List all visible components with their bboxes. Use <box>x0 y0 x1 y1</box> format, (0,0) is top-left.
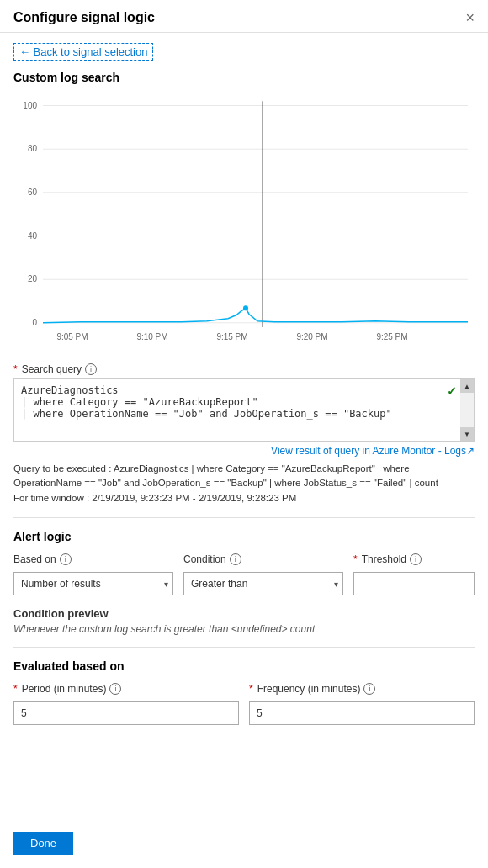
based-on-group: Based on i Number of results ▾ <box>13 553 173 595</box>
evaluated-section: Evaluated based on * Period (in minutes)… <box>13 659 475 725</box>
search-query-label: * Search query i <box>13 363 475 375</box>
close-button[interactable]: × <box>465 10 475 25</box>
search-query-info-icon[interactable]: i <box>85 363 97 375</box>
divider-2 <box>13 647 475 648</box>
based-on-info-icon[interactable]: i <box>60 553 72 565</box>
period-label: * Period (in minutes) i <box>13 683 239 695</box>
svg-point-18 <box>243 305 248 310</box>
condition-preview-label: Condition preview <box>13 607 475 620</box>
alert-logic-title: Alert logic <box>13 530 475 543</box>
svg-text:80: 80 <box>28 144 37 153</box>
condition-preview-section: Condition preview Whenever the custom lo… <box>13 607 475 635</box>
based-on-label: Based on i <box>13 553 173 565</box>
svg-text:60: 60 <box>28 188 37 197</box>
svg-text:9:05 PM: 9:05 PM <box>56 332 88 341</box>
divider-1 <box>13 517 475 518</box>
svg-text:9:25 PM: 9:25 PM <box>376 332 407 341</box>
svg-text:9:20 PM: 9:20 PM <box>296 332 327 341</box>
scrollbar[interactable]: ▲ ▼ <box>460 379 474 441</box>
condition-select[interactable]: Greater than Less than Equal to <box>183 572 343 595</box>
back-link[interactable]: ← Back to signal selection <box>13 43 153 61</box>
scroll-down[interactable]: ▼ <box>460 427 474 441</box>
alert-logic-section: Alert logic Based on i Number of results… <box>13 530 475 595</box>
search-query-section: * Search query i AzureDiagnostics | wher… <box>13 363 475 505</box>
period-info-icon[interactable]: i <box>109 683 121 695</box>
evaluated-title: Evaluated based on <box>13 659 475 673</box>
query-info-text: Query to be executed : AzureDiagnostics … <box>13 462 475 505</box>
threshold-group: * Threshold i <box>353 553 475 595</box>
query-textarea-wrapper: AzureDiagnostics | where Category == "Az… <box>13 378 475 442</box>
svg-text:100: 100 <box>23 100 37 109</box>
svg-text:20: 20 <box>28 274 37 283</box>
threshold-label: * Threshold i <box>353 553 475 565</box>
done-button[interactable]: Done <box>13 832 73 855</box>
based-on-select[interactable]: Number of results <box>13 572 173 595</box>
condition-preview-text: Whenever the custom log search is greate… <box>13 623 475 635</box>
chart-area: 100 80 60 40 20 0 9:05 PM 9:10 PM 9:15 P… <box>13 93 475 353</box>
footer: Done <box>0 818 488 868</box>
check-icon: ✓ <box>447 384 457 398</box>
threshold-input[interactable] <box>353 572 475 595</box>
scroll-up[interactable]: ▲ <box>460 379 474 393</box>
frequency-label: * Frequency (in minutes) i <box>249 683 475 695</box>
view-query-link[interactable]: View result of query in Azure Monitor - … <box>13 445 475 457</box>
condition-select-wrapper: Greater than Less than Equal to ▾ <box>183 572 343 595</box>
svg-text:9:15 PM: 9:15 PM <box>216 332 247 341</box>
period-input[interactable] <box>13 701 239 725</box>
condition-label: Condition i <box>183 553 343 565</box>
threshold-info-icon[interactable]: i <box>410 553 422 565</box>
panel-title: Configure signal logic <box>13 10 155 25</box>
frequency-input[interactable] <box>249 701 475 725</box>
condition-info-icon[interactable]: i <box>230 553 241 565</box>
alert-logic-form-row: Based on i Number of results ▾ Condition <box>13 553 475 595</box>
svg-text:0: 0 <box>32 318 37 327</box>
svg-text:9:10 PM: 9:10 PM <box>136 332 167 341</box>
period-group: * Period (in minutes) i <box>13 683 239 725</box>
svg-text:40: 40 <box>28 230 37 240</box>
custom-log-title: Custom log search <box>13 71 475 84</box>
frequency-info-icon[interactable]: i <box>363 683 375 695</box>
based-on-select-wrapper: Number of results ▾ <box>13 572 173 595</box>
query-textarea[interactable]: AzureDiagnostics | where Category == "Az… <box>14 379 457 438</box>
condition-group: Condition i Greater than Less than Equal… <box>183 553 343 595</box>
frequency-group: * Frequency (in minutes) i <box>249 683 475 725</box>
evaluated-form-row: * Period (in minutes) i * Frequency (in … <box>13 683 475 725</box>
